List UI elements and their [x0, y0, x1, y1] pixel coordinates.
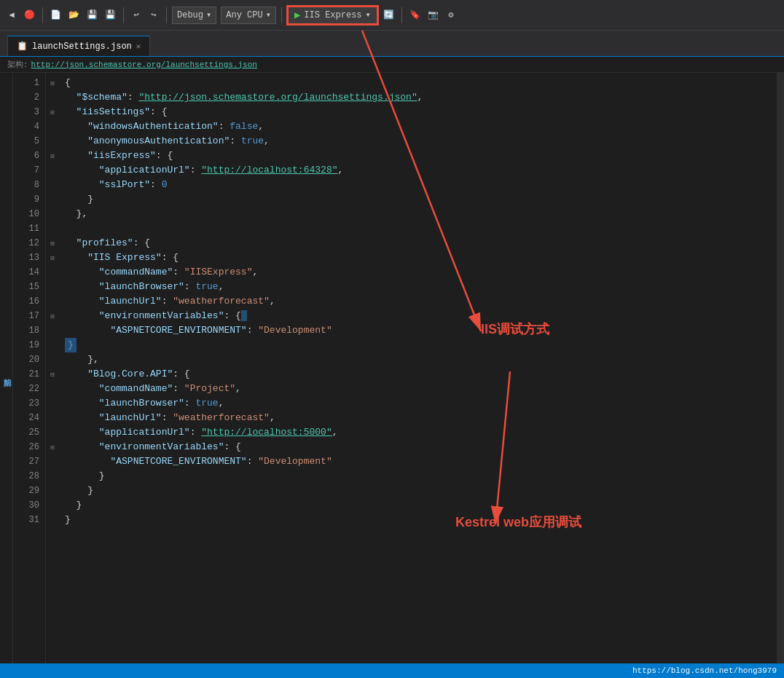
code-line-22: "commandName": "Project", [65, 382, 777, 396]
code-line-1: { [65, 76, 777, 90]
code-line-7: "applicationUrl": "http://localhost:6432… [65, 163, 777, 178]
iis-express-label: IIS Express [304, 10, 361, 20]
iis-express-chevron: ▾ [366, 9, 371, 20]
code-line-11 [65, 221, 777, 236]
schema-bar: 架构: http://json.schemastore.org/launchse… [0, 57, 784, 73]
schema-url-link[interactable]: http://json.schemastore.org/launchsettin… [31, 60, 257, 69]
back-icon[interactable]: ◀ [4, 7, 19, 23]
collapse-13[interactable]: ⊟ [46, 251, 59, 265]
vertical-scrollbar[interactable] [777, 73, 784, 663]
code-line-6: "iisExpress": { [65, 149, 777, 163]
schema-label: 架构: [7, 59, 28, 70]
code-line-19: } [65, 338, 777, 352]
code-line-18: "ASPNETCORE_ENVIRONMENT": "Development" [65, 323, 777, 338]
code-line-30: } [65, 498, 777, 513]
collapse-6[interactable]: ⊟ [46, 149, 59, 163]
cpu-label: Any CPU [226, 10, 262, 20]
code-line-29: } [65, 484, 777, 498]
separator-4 [281, 7, 282, 23]
code-line-8: "sslPort": 0 [65, 178, 777, 192]
status-bar: https://blog.csdn.net/hong3979 [0, 663, 784, 678]
open-icon[interactable]: 📂 [66, 7, 82, 23]
code-line-28: } [65, 469, 777, 484]
code-line-3: "iisSettings": { [65, 105, 777, 119]
code-line-16: "launchUrl": "weatherforecast", [65, 294, 777, 309]
bookmark-icon[interactable]: 🔖 [407, 7, 423, 23]
debug-chevron: ▾ [206, 9, 211, 20]
collapse-21[interactable]: ⊟ [46, 367, 59, 382]
debug-dropdown[interactable]: Debug ▾ [172, 7, 216, 24]
save-icon[interactable]: 💾 [85, 7, 100, 23]
code-line-14: "commandName": "IISExpress", [65, 265, 777, 280]
new-project-icon[interactable]: 📄 [48, 7, 63, 23]
tab-filename: launchSettings.json [32, 42, 132, 52]
redo-icon[interactable]: ↪ [146, 7, 161, 23]
settings-icon[interactable]: ⚙ [444, 7, 458, 23]
tab-icon: 📋 [17, 41, 28, 52]
separator-2 [123, 7, 124, 23]
code-line-31: } [65, 513, 777, 527]
collapse-26[interactable]: ⊟ [46, 440, 59, 454]
code-line-21: "Blog.Core.API": { [65, 367, 777, 382]
collapse-margin: ⊟ ⊟ ⊟ ⊟ ⊟ ⊟ ⊟ ⊟ [46, 73, 59, 663]
separator-5 [401, 7, 402, 23]
code-line-10: }, [65, 207, 777, 221]
code-content[interactable]: { "$schema": "http://json.schemastore.or… [59, 73, 777, 663]
separator-1 [42, 7, 43, 23]
tab-bar: 📋 launchSettings.json ✕ [0, 31, 784, 57]
collapse-1[interactable]: ⊟ [46, 76, 59, 90]
debug-label: Debug [177, 10, 203, 20]
status-url: https://blog.csdn.net/hong3979 [632, 666, 777, 675]
code-line-12: "profiles": { [65, 236, 777, 251]
collapse-3[interactable]: ⊟ [46, 105, 59, 119]
code-line-4: "windowsAuthentication": false, [65, 119, 777, 134]
tab-launch-settings[interactable]: 📋 launchSettings.json ✕ [7, 36, 150, 56]
camera-icon[interactable]: 📷 [426, 7, 441, 23]
collapse-12[interactable]: ⊟ [46, 236, 59, 251]
code-editor: 架构解 1 2 3 4 5 6 7 8 9 10 11 12 13 14 15 … [0, 73, 784, 663]
code-line-2: "$schema": "http://json.schemastore.org/… [65, 90, 777, 105]
side-panel: 架构解 [0, 73, 13, 663]
tab-close-button[interactable]: ✕ [136, 42, 141, 51]
code-line-15: "launchBrowser": true, [65, 280, 777, 294]
line-numbers: 1 2 3 4 5 6 7 8 9 10 11 12 13 14 15 16 1… [13, 73, 46, 663]
code-line-25: "applicationUrl": "http://localhost:5000… [65, 425, 777, 440]
code-line-24: "launchUrl": "weatherforecast", [65, 411, 777, 425]
code-line-17: "environmentVariables": { [65, 309, 777, 323]
code-line-26: "environmentVariables": { [65, 440, 777, 454]
forward-icon[interactable]: 🔴 [22, 7, 37, 23]
cpu-dropdown[interactable]: Any CPU ▾ [221, 7, 276, 24]
code-line-23: "launchBrowser": true, [65, 396, 777, 411]
refresh-icon[interactable]: 🔄 [381, 7, 396, 23]
code-line-27: "ASPNETCORE_ENVIRONMENT": "Development" [65, 454, 777, 469]
iis-express-run-button[interactable]: ▶ IIS Express ▾ [287, 6, 378, 25]
save-all-icon[interactable]: 💾 [103, 7, 118, 23]
cpu-chevron: ▾ [266, 9, 271, 20]
play-icon: ▶ [294, 9, 300, 21]
toolbar: ◀ 🔴 📄 📂 💾 💾 ↩ ↪ Debug ▾ Any CPU ▾ ▶ IIS … [0, 0, 784, 31]
separator-3 [166, 7, 167, 23]
code-line-9: } [65, 192, 777, 207]
code-line-5: "anonymousAuthentication": true, [65, 134, 777, 149]
code-line-20: }, [65, 352, 777, 367]
undo-icon[interactable]: ↩ [129, 7, 144, 23]
collapse-17[interactable]: ⊟ [46, 309, 59, 323]
code-line-13: "IIS Express": { [65, 251, 777, 265]
